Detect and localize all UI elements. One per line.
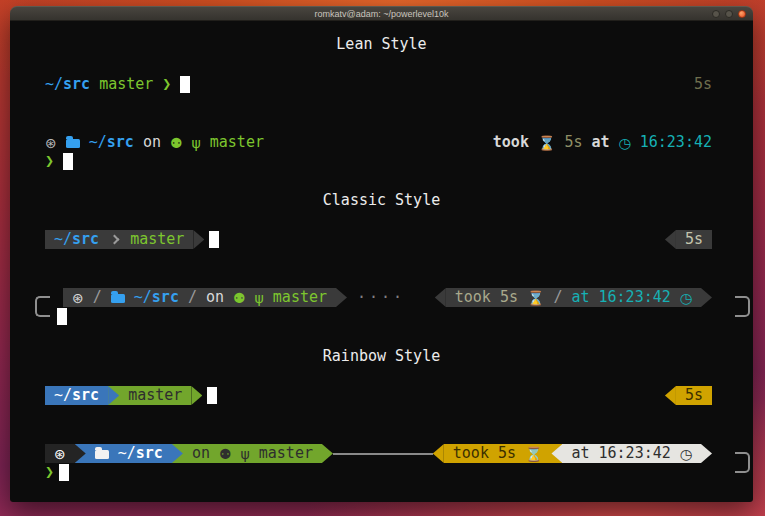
section-heading-classic: Classic Style	[10, 191, 753, 210]
github-icon: ⚉	[233, 291, 246, 305]
titlebar[interactable]: romkatv@adam: ~/powerlevel10k	[10, 6, 753, 21]
duration: 5s	[685, 386, 703, 405]
os-icon: ⊛	[45, 136, 57, 150]
git-branch: master	[130, 230, 184, 249]
terminal-content[interactable]: Lean Style ~/ src master ❯ 5s ⊛ ~/	[10, 21, 753, 502]
took-label: took	[493, 133, 529, 152]
os-segment: ⊛	[45, 444, 75, 463]
powerline-arrow-icon	[108, 386, 119, 405]
powerline-arrow-icon	[172, 444, 183, 463]
classic-full-line1: ⊛ / ~/ src / on ⚉ ψ master	[35, 288, 712, 307]
hourglass-icon: ⌛	[538, 136, 555, 150]
cursor	[180, 76, 190, 93]
on-label: on	[206, 288, 224, 307]
powerline-arrow-icon	[193, 230, 204, 249]
git-branch-icon: ψ	[255, 291, 264, 305]
hourglass-icon: ⌛	[527, 291, 544, 305]
dir-anchor: src	[72, 386, 99, 405]
folder-icon	[95, 450, 109, 459]
prompt-arrow-icon: ❯	[45, 463, 54, 482]
section-heading-rainbow: Rainbow Style	[10, 347, 753, 366]
slash-separator: /	[553, 288, 562, 307]
git-branch: master	[128, 386, 182, 405]
directory: ~/ src	[118, 444, 163, 463]
cursor	[207, 387, 217, 404]
lean-full-line2: ❯	[45, 152, 712, 171]
duration-segment: 5s	[676, 386, 712, 405]
dir-segment: ~/ src master	[45, 230, 193, 249]
prompt-arrow-icon: ❯	[45, 152, 54, 171]
minimize-button[interactable]	[712, 10, 720, 18]
powerline-right: 5s	[665, 386, 712, 405]
clock-icon: ◷	[680, 291, 692, 305]
cursor	[57, 308, 67, 325]
prompt-frame-right	[735, 296, 750, 317]
classic-full-line2	[35, 307, 712, 326]
window-title: romkatv@adam: ~/powerlevel10k	[10, 7, 753, 20]
directory: ~/ src	[134, 288, 179, 307]
desktop-background: romkatv@adam: ~/powerlevel10k Lean Style…	[0, 0, 765, 516]
section-heading-lean: Lean Style	[10, 35, 753, 54]
folder-icon	[111, 294, 125, 303]
powerline-left: ⊛ / ~/ src / on ⚉ ψ master	[63, 288, 347, 307]
maximize-button[interactable]	[725, 10, 733, 18]
git-branch: master	[259, 444, 313, 463]
on-label: on	[192, 444, 210, 463]
time: 16:23:42	[599, 444, 671, 463]
git-branch-icon: ψ	[192, 136, 201, 150]
directory: ~/ src	[45, 75, 90, 94]
powerline-arrow-icon	[551, 444, 562, 463]
powerline-right: took 5s ⌛ / at 16:23:42 ◷	[435, 288, 712, 307]
context-segment: ⊛ / ~/ src / on ⚉ ψ master	[63, 288, 336, 307]
powerline-arrow-icon	[665, 230, 676, 249]
lean-full-prompt: ⊛ ~/ src on ⚉ ψ master took ⌛ 5s at ◷	[45, 133, 712, 171]
duration: 5s	[500, 288, 518, 307]
terminal-window: romkatv@adam: ~/powerlevel10k Lean Style…	[10, 6, 753, 502]
powerline-arrow-icon	[433, 444, 444, 463]
dir-anchor: src	[72, 230, 99, 249]
powerline-left: ⊛ ~/ src on ⚉	[45, 444, 333, 463]
dir-anchor: src	[63, 75, 90, 94]
directory: ~/ src	[54, 386, 99, 405]
duration: 5s	[498, 444, 516, 463]
cursor	[63, 153, 73, 170]
rainbow-full-line2: ❯	[45, 463, 712, 482]
prompt-frame-left	[35, 296, 50, 317]
at-label: at	[571, 288, 589, 307]
dir-anchor: src	[152, 288, 179, 307]
dir-prefix: ~/	[54, 230, 72, 249]
powerline-arrow-icon	[75, 444, 86, 463]
clock-icon: ◷	[619, 136, 631, 150]
dir-anchor: src	[107, 133, 134, 152]
rainbow-full-prompt: ⊛ ~/ src on ⚉	[45, 444, 712, 482]
folder-icon	[66, 139, 80, 148]
branch-segment: on ⚉ ψ master	[183, 444, 322, 463]
chevron-separator-icon	[110, 235, 120, 245]
dir-prefix: ~/	[45, 75, 63, 94]
git-branch: master	[99, 75, 153, 94]
duration: 5s	[694, 75, 712, 94]
rainbow-full-line1: ⊛ ~/ src on ⚉	[45, 444, 712, 463]
powerline-left: ~/ src master	[45, 386, 202, 405]
time-segment: at 16:23:42 ◷	[562, 444, 701, 463]
github-icon: ⚉	[170, 136, 183, 150]
powerline-arrow-icon	[701, 288, 712, 307]
cursor	[59, 464, 69, 481]
powerline-arrow-icon	[665, 386, 676, 405]
git-branch: master	[210, 133, 264, 152]
took-label: took	[453, 444, 489, 463]
powerline-arrow-icon	[435, 288, 446, 307]
dir-segment: ~/ src	[86, 444, 172, 463]
os-icon: ⊛	[72, 291, 84, 305]
time: 16:23:42	[599, 288, 671, 307]
powerline-right: 5s	[665, 230, 712, 249]
powerline-arrow-icon	[701, 444, 712, 463]
gap-dots: ····	[357, 288, 405, 307]
took-label: took	[455, 288, 491, 307]
classic-short-prompt: ~/ src master 5s	[45, 230, 712, 249]
gap-connector-line	[333, 453, 433, 455]
prompt-arrow-icon: ❯	[162, 75, 171, 94]
duration-segment: 5s	[676, 230, 712, 249]
close-button[interactable]	[738, 10, 746, 18]
git-branch-icon: ψ	[241, 447, 250, 461]
